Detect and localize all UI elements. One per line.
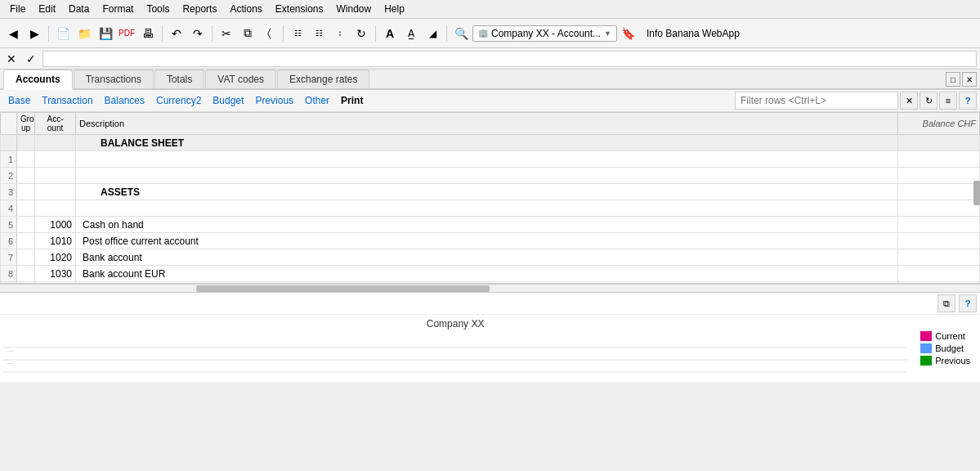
new-button[interactable]: 📄 — [53, 24, 73, 43]
subnav-previous[interactable]: Previous — [250, 93, 298, 108]
font-color-button[interactable]: A̲ — [401, 24, 421, 43]
subnav-other[interactable]: Other — [300, 93, 334, 108]
table-row[interactable]: BALANCE SHEET — [1, 135, 980, 151]
vertical-scroll-thumb[interactable] — [973, 181, 980, 205]
filter-refresh-button[interactable]: ↻ — [920, 92, 937, 110]
chart-legend: Current Budget Previous — [911, 315, 980, 382]
menu-tools[interactable]: Tools — [140, 2, 176, 16]
subnav-base[interactable]: Base — [3, 93, 35, 108]
cell-group — [17, 135, 35, 151]
cell-description — [76, 200, 898, 217]
subnav-transaction[interactable]: Transaction — [37, 93, 97, 108]
cell-rownum: 2 — [1, 168, 17, 184]
close-icon[interactable]: ✕ — [3, 52, 20, 65]
tab-accounts[interactable]: Accounts — [3, 70, 73, 90]
subnav-balances[interactable]: Balances — [100, 93, 150, 108]
col-account-header[interactable]: Acc-ount — [35, 113, 76, 135]
legend-previous-label: Previous — [935, 356, 970, 366]
legend-budget: Budget — [920, 343, 970, 353]
tab-vat-codes[interactable]: VAT codes — [205, 70, 276, 88]
check-icon[interactable]: ✓ — [23, 52, 39, 65]
print-button[interactable]: 🖶 — [138, 24, 158, 43]
cell-account — [35, 184, 76, 200]
tab-exchange-rates[interactable]: Exchange rates — [277, 70, 369, 88]
formula-input[interactable] — [43, 51, 977, 67]
redo-button[interactable]: ↷ — [188, 24, 208, 43]
highlight-button[interactable]: ◢ — [423, 24, 442, 43]
chart-help-button[interactable]: ? — [959, 294, 977, 312]
refresh-button[interactable]: ↻ — [351, 24, 371, 43]
tab-controls: □ ✕ — [946, 72, 977, 88]
table-row[interactable]: 2 — [1, 168, 980, 184]
menu-reports[interactable]: Reports — [176, 2, 223, 16]
separator-4 — [283, 25, 284, 42]
cell-description: Post office current account — [76, 233, 898, 249]
cell-balance — [898, 266, 980, 282]
back-button[interactable]: ◀ — [3, 24, 23, 43]
menu-file[interactable]: File — [3, 2, 32, 16]
menu-window[interactable]: Window — [330, 2, 378, 16]
export-button[interactable]: ↕ — [330, 24, 350, 43]
table-row[interactable]: 3ASSETS — [1, 184, 980, 200]
formula-bar: ✕ ✓ — [0, 48, 980, 70]
save-button[interactable]: 💾 — [96, 24, 115, 43]
cut-button[interactable]: ✂ — [217, 24, 236, 43]
col-desc-header[interactable]: Description — [76, 113, 898, 135]
cell-balance — [898, 233, 980, 249]
open-button[interactable]: 📁 — [74, 24, 94, 43]
menu-help[interactable]: Help — [378, 2, 411, 16]
cell-account: 1020 — [35, 249, 76, 266]
rows2-button[interactable]: ☷ — [309, 24, 329, 43]
menu-extensions[interactable]: Extensions — [269, 2, 330, 16]
font-button[interactable]: A — [380, 24, 400, 43]
chart-area: Company XX ... ... ... ... ... ... — [0, 315, 911, 382]
menu-edit[interactable]: Edit — [32, 2, 62, 16]
horizontal-scroll-thumb[interactable] — [196, 285, 490, 292]
cell-rownum: 6 — [1, 233, 17, 249]
col-balance-header[interactable]: Balance CHF — [898, 113, 980, 135]
cell-balance — [898, 249, 980, 266]
col-group-header[interactable]: Group — [17, 113, 35, 135]
copy-button[interactable]: ⧉ — [238, 24, 257, 43]
info-webapp-button[interactable]: Info Banana WebApp — [640, 26, 746, 41]
svg-text:...: ... — [7, 358, 13, 366]
search-button[interactable]: 🔍 — [451, 24, 471, 43]
tab-totals[interactable]: Totals — [154, 70, 204, 88]
tab-restore-button[interactable]: □ — [946, 72, 960, 87]
subnav-print[interactable]: Print — [336, 93, 368, 108]
menu-actions[interactable]: Actions — [223, 2, 268, 16]
tab-transactions[interactable]: Transactions — [74, 70, 154, 88]
bookmark-button[interactable]: 🔖 — [619, 24, 638, 43]
table-row[interactable]: 51000Cash on hand — [1, 217, 980, 233]
menu-bar: File Edit Data Format Tools Reports Acti… — [0, 0, 980, 19]
filter-help-button[interactable]: ? — [959, 92, 977, 110]
paste-button[interactable]: 〈 — [259, 24, 279, 43]
chart-copy-button[interactable]: ⧉ — [937, 294, 955, 312]
cell-rownum: 7 — [1, 249, 17, 266]
table-row[interactable]: 71020Bank account — [1, 249, 980, 266]
undo-button[interactable]: ↶ — [167, 24, 186, 43]
table-row[interactable]: 4 — [1, 200, 980, 217]
menu-data[interactable]: Data — [62, 2, 96, 16]
menu-format[interactable]: Format — [96, 2, 140, 16]
company-selector[interactable]: 🏢 Company XX - Account... ▼ — [472, 25, 617, 42]
pdf-button[interactable]: PDF — [117, 24, 136, 43]
filter-options-button[interactable]: ≡ — [939, 92, 957, 110]
table-wrapper[interactable]: Group Acc-ount Description Balance CHF B… — [0, 112, 980, 283]
cell-account — [35, 151, 76, 168]
rows-button[interactable]: ☷ — [288, 24, 307, 43]
table-row[interactable]: 81030Bank account EUR — [1, 266, 980, 282]
tab-close-button[interactable]: ✕ — [962, 72, 977, 87]
subnav-currency2[interactable]: Currency2 — [151, 93, 206, 108]
table-row[interactable]: 1 — [1, 151, 980, 168]
filter-clear-button[interactable]: ✕ — [900, 92, 918, 110]
cell-description — [76, 151, 898, 168]
chart-svg: ... ... ... ... ... ... ... ... ... ... … — [3, 331, 907, 379]
filter-input[interactable] — [735, 92, 898, 110]
table-row[interactable]: 91040Bank account USD — [1, 282, 980, 284]
separator-6 — [446, 25, 447, 42]
forward-button[interactable]: ▶ — [25, 24, 44, 43]
table-row[interactable]: 61010Post office current account — [1, 233, 980, 249]
horizontal-scrollbar[interactable] — [0, 284, 980, 292]
subnav-budget[interactable]: Budget — [208, 93, 248, 108]
